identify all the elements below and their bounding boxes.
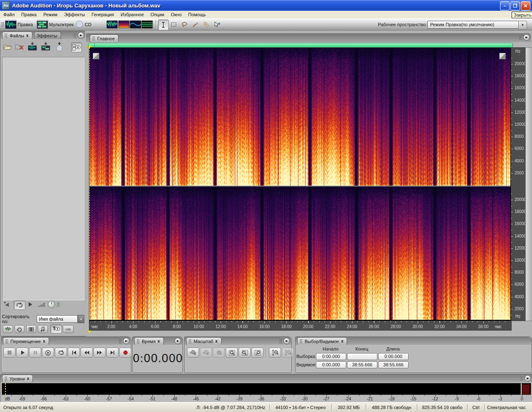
show-loops-filter-button[interactable] xyxy=(15,325,25,333)
menu-item-режим[interactable]: Режим xyxy=(40,12,61,17)
file-list[interactable] xyxy=(2,57,84,300)
rewind-button[interactable] xyxy=(81,348,93,358)
import-to-cd-icon[interactable] xyxy=(54,42,64,52)
sort-select[interactable]: Имя файла xyxy=(37,315,78,323)
menu-item-помощь[interactable]: Помощь xyxy=(185,12,209,17)
volume-value[interactable]: 0 xyxy=(56,302,60,307)
tab-effects[interactable]: Эффекты xyxy=(34,32,61,39)
toolbar-grip[interactable] xyxy=(1,22,4,27)
spectral-pan-view-button[interactable] xyxy=(130,20,141,29)
selection-start-field[interactable]: 0:00.000 xyxy=(316,353,346,360)
restore-button[interactable]: ❐ xyxy=(510,1,520,10)
advanced-filter-toggle[interactable] xyxy=(50,324,62,334)
levels-panel-menu-button[interactable]: ▶ xyxy=(525,375,531,382)
workspace-select[interactable]: Режим Правка(по умолчанию) xyxy=(427,21,519,29)
files-panel-menu-button[interactable]: ▶ xyxy=(78,32,84,39)
play-from-cursor-button[interactable] xyxy=(42,348,54,358)
close-file-icon[interactable] xyxy=(15,42,25,52)
menu-item-правка[interactable]: Правка xyxy=(18,12,40,17)
edit-view-icon[interactable] xyxy=(5,20,17,29)
cd-view-label[interactable]: CD xyxy=(85,22,91,27)
workspace-dropdown-arrow[interactable]: ▼ xyxy=(518,21,527,29)
spectral-phase-view-button[interactable] xyxy=(141,20,153,29)
file-options-toggle[interactable] xyxy=(71,42,82,52)
menu-item-опции[interactable]: Опции xyxy=(147,12,167,17)
lasso-selection-tool[interactable] xyxy=(180,20,190,29)
zoom-to-selection-button[interactable] xyxy=(226,348,238,358)
volume-knob[interactable] xyxy=(48,301,55,308)
show-cda-filter-button[interactable]: cda xyxy=(63,325,74,333)
zoom-in-horizontal-button[interactable] xyxy=(187,348,199,358)
cd-view-icon[interactable] xyxy=(76,20,83,28)
level-meter[interactable] xyxy=(2,383,531,395)
time-ruler[interactable]: чмсчмс2:004:006:008:0010:0012:0014:0016:… xyxy=(89,321,512,331)
minimize-button[interactable]: – xyxy=(500,1,510,10)
menu-item-избранное[interactable]: Избранное xyxy=(117,12,147,17)
multitrack-view-icon[interactable] xyxy=(37,20,48,29)
spectral-display[interactable] xyxy=(89,47,512,321)
play-looped-button[interactable] xyxy=(55,348,67,358)
tab-transport[interactable]: Перемещение x xyxy=(3,337,49,345)
mini-play-icon[interactable] xyxy=(28,302,33,307)
zoom-in-vertical-button[interactable] xyxy=(269,348,281,358)
zoom-out-vertical-button[interactable] xyxy=(282,348,294,358)
pause-button[interactable] xyxy=(29,348,41,358)
menu-item-файл[interactable]: Файл xyxy=(0,12,18,17)
view-start-field[interactable]: 0:00.000 xyxy=(316,361,346,368)
transport-panel-menu-button[interactable]: ▶ xyxy=(123,338,130,344)
marquee-selection-tool[interactable] xyxy=(169,20,179,29)
waveform-view-button[interactable] xyxy=(106,20,118,29)
record-button[interactable] xyxy=(119,348,131,358)
go-to-end-button[interactable] xyxy=(106,348,118,358)
tab-files[interactable]: Файлы x xyxy=(2,32,32,39)
time-selection-tool[interactable] xyxy=(158,20,169,30)
show-audio-filter-button[interactable] xyxy=(3,325,13,333)
loop-playback-toggle[interactable] xyxy=(14,300,25,310)
spectrogram-canvas[interactable] xyxy=(89,48,510,320)
time-panel-menu-button[interactable]: ▶ xyxy=(175,338,181,344)
edit-view-label[interactable]: Правка xyxy=(17,22,33,27)
clip-indicator[interactable] xyxy=(522,384,530,395)
menu-item-эффекты[interactable]: Эффекты xyxy=(61,12,88,17)
spot-healing-tool[interactable] xyxy=(201,20,211,29)
spectral-view-button[interactable] xyxy=(118,20,130,29)
sort-dropdown-arrow[interactable]: ▼ xyxy=(78,315,84,323)
show-video-filter-button[interactable] xyxy=(26,325,36,333)
selection-length-field[interactable]: 0:00.000 xyxy=(378,353,409,360)
tab-zoom-close-icon[interactable]: x xyxy=(215,339,218,343)
tab-transport-close-icon[interactable]: x xyxy=(43,339,45,343)
zoom-selection-right-button[interactable] xyxy=(251,348,264,358)
stop-button[interactable] xyxy=(3,348,15,358)
tab-document-main[interactable]: Главное xyxy=(90,34,118,42)
scrub-tool[interactable] xyxy=(212,20,222,29)
view-length-field[interactable]: 38:55.666 xyxy=(378,361,409,368)
multitrack-view-label[interactable]: Мультитрек xyxy=(49,22,74,27)
tab-zoom[interactable]: Масштаб x xyxy=(186,337,222,345)
import-to-edit-icon[interactable] xyxy=(27,42,38,52)
selection-end-field[interactable] xyxy=(347,353,377,360)
zoom-selection-left-button[interactable] xyxy=(239,348,251,358)
tab-time-close-icon[interactable]: x xyxy=(158,339,160,343)
tab-files-close-icon[interactable]: x xyxy=(26,34,29,38)
import-to-multitrack-icon[interactable] xyxy=(40,42,51,52)
vertical-scrollbar[interactable] xyxy=(525,47,532,321)
tab-levels[interactable]: Уровни x xyxy=(2,375,33,382)
editor-panel-menu-button[interactable]: ▶ xyxy=(523,34,530,41)
zoom-panel-menu-button[interactable]: ▶ xyxy=(283,338,290,344)
brush-tool[interactable] xyxy=(190,20,200,29)
menu-item-генерация[interactable]: Генерация xyxy=(88,12,117,17)
autoplay-icon[interactable] xyxy=(3,301,12,309)
play-button[interactable] xyxy=(16,348,28,358)
menu-item-окно[interactable]: Окно xyxy=(167,12,185,17)
corner-handle-left[interactable] xyxy=(93,53,99,59)
tab-selection-view-close-icon[interactable]: x xyxy=(341,339,344,343)
tab-levels-close-icon[interactable]: x xyxy=(27,377,30,381)
frequency-ruler[interactable]: Hz20000180001600014000120001000080006000… xyxy=(511,47,526,321)
show-midi-filter-button[interactable] xyxy=(38,325,48,333)
corner-handle-right[interactable] xyxy=(499,53,506,59)
fast-forward-button[interactable] xyxy=(94,348,106,358)
tab-selection-view[interactable]: Выбор/Видимое x xyxy=(297,337,347,345)
tab-time[interactable]: Время x xyxy=(134,337,164,345)
go-to-start-button[interactable] xyxy=(68,348,80,358)
open-file-icon[interactable] xyxy=(3,42,13,52)
